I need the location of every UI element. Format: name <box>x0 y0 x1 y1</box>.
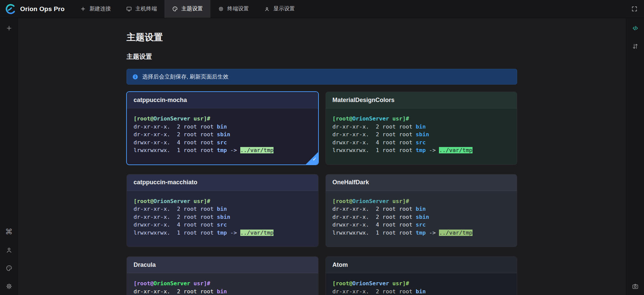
terminal-line: dr-xr-xr-x. 2 root root sbin <box>134 131 311 139</box>
nav-item-label: 主机终端 <box>135 5 157 12</box>
command-icon: ⌘ <box>5 229 13 235</box>
terminal-line: dr-xr-xr-x. 2 root root bin <box>333 205 510 213</box>
right-sidebar <box>626 18 644 295</box>
nav-item-label: 终端设置 <box>227 5 249 12</box>
terminal-prompt: [root@OrionServer usr]# <box>333 197 510 205</box>
terminal-line: drwxr-xr-x. 4 root root src <box>333 139 510 147</box>
sort-icon <box>632 43 639 50</box>
terminal-line: dr-xr-xr-x. 2 root root bin <box>134 205 311 213</box>
nav-item-5[interactable]: 显示设置 <box>256 0 302 18</box>
plus-icon <box>6 25 12 32</box>
brand: Orion Ops Pro <box>0 0 72 18</box>
terminal-preview: [root@OrionServer usr]#dr-xr-xr-x. 2 roo… <box>127 108 318 164</box>
fullscreen-icon[interactable] <box>631 6 638 12</box>
terminal-prompt: [root@OrionServer usr]# <box>134 280 311 288</box>
palette-button[interactable] <box>6 265 12 272</box>
gear-icon <box>6 283 12 290</box>
selected-check-icon: ✓ <box>306 152 318 164</box>
terminal-line: lrwxrwxrwx. 1 root root tmp -> ../var/tm… <box>333 146 510 154</box>
terminal-preview: [root@OrionServer usr]#dr-xr-xr-x. 2 roo… <box>326 108 517 164</box>
nav-item-4[interactable]: 终端设置 <box>210 0 256 18</box>
terminal-line: lrwxrwxrwx. 1 root root tmp -> ../var/tm… <box>333 229 510 237</box>
theme-card-header: catppuccin-macchiato <box>127 175 318 191</box>
theme-card-header: catppuccin-mocha <box>127 92 318 108</box>
theme-card-header: Atom <box>326 257 517 273</box>
main-nav: 新建连接主机终端主题设置终端设置显示设置 <box>72 0 302 18</box>
user-icon <box>6 247 12 253</box>
terminal-preview: [root@OrionServer usr]#dr-xr-xr-x. 2 roo… <box>326 273 517 295</box>
settings-icon <box>218 6 224 12</box>
nav-item-3[interactable]: 主题设置 <box>164 0 210 18</box>
info-alert: 选择后会立刻保存, 刷新页面后生效 <box>127 69 517 85</box>
terminal-prompt: [root@OrionServer usr]# <box>134 115 311 123</box>
terminal-preview: [root@OrionServer usr]#dr-xr-xr-x. 2 roo… <box>127 191 318 247</box>
nav-item-label: 新建连接 <box>89 5 111 12</box>
navbar-right <box>625 0 644 18</box>
right-rail-top <box>632 18 639 50</box>
theme-name: MaterialDesignColors <box>333 97 395 104</box>
terminal-preview: [root@OrionServer usr]#dr-xr-xr-x. 2 roo… <box>127 273 318 295</box>
theme-card-catppuccin-macchiato[interactable]: catppuccin-macchiato[root@OrionServer us… <box>127 174 318 247</box>
terminal-line: lrwxrwxrwx. 1 root root tmp -> ../var/tm… <box>134 229 311 237</box>
left-sidebar: ⌘ <box>0 18 18 295</box>
nav-item-label: 主题设置 <box>181 5 203 12</box>
terminal-prompt: [root@OrionServer usr]# <box>134 197 311 205</box>
code-icon <box>632 25 639 32</box>
theme-card-Atom[interactable]: Atom[root@OrionServer usr]#dr-xr-xr-x. 2… <box>326 256 517 295</box>
top-navbar: Orion Ops Pro 新建连接主机终端主题设置终端设置显示设置 <box>0 0 644 18</box>
app-title: Orion Ops Pro <box>20 5 64 13</box>
terminal-line: dr-xr-xr-x. 2 root root sbin <box>333 213 510 221</box>
main-content: 主题设置 主题设置 选择后会立刻保存, 刷新页面后生效 catppuccin-m… <box>18 18 626 295</box>
theme-name: catppuccin-mocha <box>134 97 187 104</box>
theme-card-MaterialDesignColors[interactable]: MaterialDesignColors[root@OrionServer us… <box>326 92 517 165</box>
left-rail-top <box>6 18 12 32</box>
terminal-prompt: [root@OrionServer usr]# <box>333 115 510 123</box>
command-button[interactable]: ⌘ <box>5 229 13 235</box>
right-rail-bottom <box>632 283 639 295</box>
palette-icon <box>6 265 12 272</box>
theme-card-header: MaterialDesignColors <box>326 92 517 108</box>
terminal-line: lrwxrwxrwx. 1 root root tmp -> ../var/tm… <box>134 146 311 154</box>
terminal-line: drwxr-xr-x. 4 root root src <box>134 221 311 229</box>
terminal-line: drwxr-xr-x. 4 root root src <box>333 221 510 229</box>
theme-name: OneHalfDark <box>333 179 369 186</box>
terminal-preview: [root@OrionServer usr]#dr-xr-xr-x. 2 roo… <box>326 191 517 247</box>
theme-card-OneHalfDark[interactable]: OneHalfDark[root@OrionServer usr]#dr-xr-… <box>326 174 517 247</box>
terminal-line: drwxr-xr-x. 4 root root src <box>134 139 311 147</box>
theme-name: catppuccin-macchiato <box>134 179 197 186</box>
nav-item-label: 显示设置 <box>273 5 295 12</box>
camera-icon <box>632 283 639 290</box>
app-logo-icon <box>5 3 16 15</box>
gear-button[interactable] <box>6 283 12 290</box>
section-title: 主题设置 <box>127 52 626 61</box>
nav-item-1[interactable]: 新建连接 <box>72 0 118 18</box>
plus-button[interactable] <box>6 25 12 32</box>
terminal-icon <box>126 6 132 12</box>
plus-icon <box>80 6 86 12</box>
terminal-prompt: [root@OrionServer usr]# <box>333 280 510 288</box>
theme-card-header: Dracula <box>127 257 318 273</box>
left-rail-bottom: ⌘ <box>5 229 13 295</box>
terminal-line: dr-xr-xr-x. 2 root root sbin <box>134 213 311 221</box>
terminal-line: dr-xr-xr-x. 2 root root bin <box>333 288 510 295</box>
app-window: Orion Ops Pro 新建连接主机终端主题设置终端设置显示设置 ⌘ 主题设… <box>0 0 644 295</box>
theme-card-header: OneHalfDark <box>326 175 517 191</box>
terminal-line: dr-xr-xr-x. 2 root root sbin <box>333 131 510 139</box>
theme-settings-page: 主题设置 主题设置 选择后会立刻保存, 刷新页面后生效 catppuccin-m… <box>18 18 626 295</box>
terminal-line: dr-xr-xr-x. 2 root root bin <box>134 288 311 295</box>
alert-text: 选择后会立刻保存, 刷新页面后生效 <box>142 73 229 81</box>
nav-item-2[interactable]: 主机终端 <box>118 0 164 18</box>
theme-card-catppuccin-mocha[interactable]: catppuccin-mocha[root@OrionServer usr]#d… <box>127 92 318 165</box>
page-title: 主题设置 <box>127 32 626 43</box>
theme-name: Atom <box>333 261 348 268</box>
code-button[interactable] <box>632 25 639 32</box>
user-button[interactable] <box>6 247 12 253</box>
camera-button[interactable] <box>632 283 639 290</box>
display-icon <box>264 6 270 12</box>
theme-icon <box>172 6 178 12</box>
terminal-line: dr-xr-xr-x. 2 root root bin <box>134 123 311 131</box>
terminal-line: dr-xr-xr-x. 2 root root bin <box>333 123 510 131</box>
theme-grid: catppuccin-mocha[root@OrionServer usr]#d… <box>127 92 517 295</box>
sort-button[interactable] <box>632 43 639 50</box>
theme-card-Dracula[interactable]: Dracula[root@OrionServer usr]#dr-xr-xr-x… <box>127 256 318 295</box>
